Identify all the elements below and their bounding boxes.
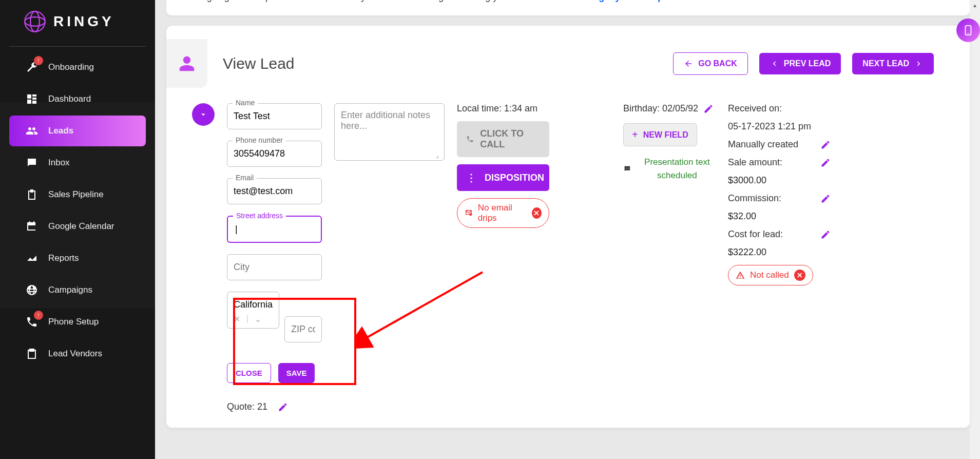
email-input[interactable] <box>234 186 315 197</box>
brand-text: RINGY <box>53 13 114 30</box>
nav-label: Lead Vendors <box>48 349 102 359</box>
nav-label: Inbox <box>48 158 70 168</box>
go-back-button[interactable]: GO BACK <box>673 52 748 75</box>
commission-value: $32.00 <box>728 211 831 222</box>
kebab-icon: ⋮ <box>466 171 476 184</box>
chevron-down-icon[interactable]: ⌄ <box>255 314 261 324</box>
presentation-status: Presentation text scheduled <box>623 156 716 182</box>
sale-amount-value: $3000.00 <box>728 175 831 186</box>
svg-point-5 <box>469 213 472 216</box>
nav-onboarding[interactable]: Onboarding! <box>9 52 146 83</box>
nav-sales-pipeline[interactable]: Sales Pipeline <box>9 179 146 210</box>
svg-rect-4 <box>967 33 969 34</box>
collapse-button[interactable] <box>192 103 215 126</box>
sidebar: RINGY Onboarding!DashboardLeadsInboxSale… <box>0 0 155 459</box>
city-input[interactable] <box>234 262 315 273</box>
nav-label: Leads <box>48 126 73 136</box>
scrollbar[interactable]: ▲ <box>970 0 980 459</box>
logo-icon <box>24 10 46 33</box>
people-icon <box>26 125 38 137</box>
notes-textarea[interactable]: Enter additional notes here... ⌟ <box>334 103 445 161</box>
sale-amount-label: Sale amount: <box>728 157 782 168</box>
svg-point-1 <box>25 17 45 26</box>
zip-field[interactable] <box>284 316 322 342</box>
edit-quote-icon[interactable] <box>278 402 288 412</box>
dialer-fab[interactable] <box>956 18 980 42</box>
phone-input[interactable] <box>234 148 315 159</box>
chevron-right-icon <box>914 59 924 68</box>
cost-label: Cost for lead: <box>728 229 783 240</box>
state-value: California <box>234 299 273 310</box>
nav-leads[interactable]: Leads <box>9 116 146 146</box>
phone-icon <box>466 135 474 144</box>
nav-label: Phone Setup <box>48 317 99 327</box>
not-called-pill[interactable]: Not called ✕ <box>728 265 813 285</box>
commission-label: Commission: <box>728 193 781 204</box>
edit-birthday-icon[interactable] <box>703 104 714 114</box>
prev-lead-button[interactable]: PREV LEAD <box>759 53 841 74</box>
close-icon[interactable]: ✕ <box>794 270 805 281</box>
manually-created-label: Manually created <box>728 139 798 150</box>
birthday-label: Birthday: 02/05/92 <box>623 103 698 114</box>
nav-lead-vendors[interactable]: Lead Vendors <box>9 338 146 369</box>
disposition-button[interactable]: ⋮ DISPOSITION <box>457 164 549 191</box>
nav-dashboard[interactable]: Dashboard <box>9 84 146 114</box>
nav-inbox[interactable]: Inbox <box>9 147 146 178</box>
plus-icon: + <box>632 129 638 141</box>
svg-point-6 <box>626 168 626 168</box>
banner-link[interactable]: Click here to get your first phone numbe… <box>541 0 724 2</box>
nav-google-calendar[interactable]: Google Calendar <box>9 211 146 242</box>
email-field[interactable]: Email <box>227 178 322 204</box>
nav-reports[interactable]: Reports <box>9 243 146 274</box>
warning-icon <box>736 271 745 280</box>
state-select[interactable]: California ✕ | ⌄ <box>227 292 279 329</box>
next-lead-button[interactable]: NEXT LEAD <box>852 53 934 74</box>
chevron-left-icon <box>770 59 779 68</box>
nav-campaigns[interactable]: Campaigns <box>9 275 146 305</box>
calendar-icon <box>26 220 38 233</box>
new-field-button[interactable]: + NEW FIELD <box>623 123 697 146</box>
clipboard-icon <box>26 188 38 201</box>
person-icon <box>178 55 196 72</box>
nav-label: Dashboard <box>48 94 91 104</box>
chevron-down-icon <box>199 110 208 119</box>
nav-label: Reports <box>48 253 79 263</box>
chat-icon <box>26 157 38 169</box>
arrow-left-icon <box>684 59 693 68</box>
svg-point-7 <box>627 168 627 168</box>
globe-icon <box>26 284 38 296</box>
zip-input[interactable] <box>291 324 315 335</box>
street-field[interactable]: Street address | <box>227 216 322 243</box>
name-input[interactable] <box>234 111 315 122</box>
edit-commission-icon[interactable] <box>820 194 831 204</box>
close-icon[interactable]: ✕ <box>532 207 542 219</box>
page-title: View Lead <box>223 55 662 72</box>
brand-logo: RINGY <box>9 0 146 47</box>
lead-card: View Lead GO BACK PREV LEAD NEXT LEAD N <box>166 26 970 428</box>
edit-sale-icon[interactable] <box>820 158 831 168</box>
edit-source-icon[interactable] <box>820 140 831 150</box>
svg-point-8 <box>628 168 629 168</box>
click-to-call-button[interactable]: CLICK TO CALL <box>457 121 549 157</box>
chart-icon <box>26 252 38 264</box>
grid-icon <box>26 93 38 105</box>
received-on-value: 05-17-2023 1:21 pm <box>728 121 831 132</box>
scroll-up-icon[interactable]: ▲ <box>970 0 980 10</box>
phone-setup-banner: You're going to need phone numbers befor… <box>166 0 970 15</box>
city-field[interactable] <box>227 254 322 280</box>
clear-icon[interactable]: ✕ <box>234 314 240 324</box>
edit-cost-icon[interactable] <box>820 230 831 240</box>
alert-badge: ! <box>34 56 43 65</box>
phone-field[interactable]: Phone number <box>227 141 322 167</box>
name-field[interactable]: Name <box>227 103 322 129</box>
save-button[interactable]: SAVE <box>278 363 315 383</box>
no-email-drips-pill[interactable]: No email drips ✕ <box>457 198 549 228</box>
close-button[interactable]: CLOSE <box>227 363 271 383</box>
street-input[interactable] <box>234 224 315 235</box>
nav-phone-setup[interactable]: Phone Setup! <box>9 307 146 337</box>
person-tab[interactable] <box>166 39 207 88</box>
received-on-label: Received on: <box>728 103 831 114</box>
resize-handle-icon[interactable]: ⌟ <box>436 152 442 158</box>
task-icon <box>26 348 38 360</box>
cost-value: $3222.00 <box>728 247 831 258</box>
